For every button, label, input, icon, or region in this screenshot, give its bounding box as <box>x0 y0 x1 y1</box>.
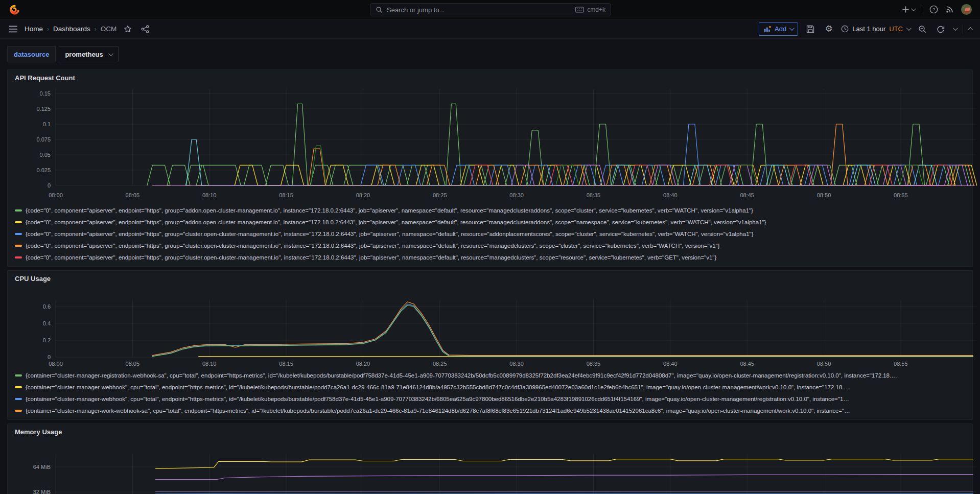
zoom-out-button[interactable] <box>916 23 928 35</box>
y-axis-tick-label: 64 MiB <box>33 464 51 470</box>
grafana-logo[interactable] <box>8 4 19 15</box>
plus-icon <box>902 6 909 13</box>
legend-series-label: {code="0", component="apiserver", endpoi… <box>26 207 753 214</box>
variable-label: datasource <box>7 46 56 62</box>
legend-item[interactable]: {container="cluster-manager-registration… <box>15 369 968 381</box>
x-axis-tick-label: 08:35 <box>587 361 601 367</box>
series-line <box>152 304 973 356</box>
top-navigation-bar: Search or jump to... cmd+k ? <box>0 0 980 19</box>
breadcrumb-current: OCM <box>101 25 117 33</box>
y-axis-tick-label: 0 <box>48 354 51 360</box>
time-range-picker[interactable]: Last 1 hour UTC <box>841 25 910 33</box>
search-shortcut-label: cmd+k <box>587 6 605 13</box>
x-axis-tick-label: 08:10 <box>202 192 217 198</box>
legend-series-swatch <box>15 221 22 223</box>
legend-series-swatch <box>15 256 22 258</box>
legend-item[interactable]: {code="0", component="apiserver", endpoi… <box>15 251 968 263</box>
y-axis-tick-label: 0.1 <box>43 121 51 127</box>
new-menu-button[interactable] <box>902 6 915 13</box>
collapse-toolbar-button[interactable] <box>968 27 973 32</box>
zoom-out-icon <box>918 25 926 33</box>
legend-series-label: {container="cluster-manager-webhook", cp… <box>26 384 850 390</box>
help-button[interactable]: ? <box>929 5 938 14</box>
x-axis-tick-label: 08:20 <box>356 361 370 367</box>
search-input[interactable]: Search or jump to... cmd+k <box>370 3 611 16</box>
series-line <box>156 475 973 480</box>
search-icon <box>376 6 383 13</box>
breadcrumb-separator: › <box>95 26 97 33</box>
series-line <box>186 139 937 185</box>
legend-item[interactable]: {container="cluster-manager-webhook", cp… <box>15 381 968 393</box>
x-axis-tick-label: 08:50 <box>817 361 831 367</box>
x-axis-tick-label: 08:40 <box>663 361 678 367</box>
x-axis-tick-label: 08:50 <box>817 192 831 198</box>
dashboard-toolbar: Home › Dashboards › OCM Add <box>0 19 980 39</box>
legend-item[interactable]: {container="cluster-manager-work-webhook… <box>15 405 968 416</box>
legend-item[interactable]: {container="cluster-manager-webhook", cp… <box>15 393 968 405</box>
x-axis-tick-label: 08:20 <box>356 192 370 198</box>
legend-series-swatch <box>15 209 22 211</box>
save-dashboard-button[interactable] <box>804 23 816 35</box>
legend-series-swatch <box>15 386 22 388</box>
keyboard-icon <box>575 7 584 13</box>
breadcrumb-dashboards[interactable]: Dashboards <box>53 25 90 33</box>
y-axis-tick-label: 0.4 <box>43 320 51 326</box>
panel-cpu-usage: CPU Usage 08:0008:0508:1008:1508:2008:25… <box>7 270 973 420</box>
mega-menu-button[interactable] <box>7 23 19 35</box>
legend-series-swatch <box>15 398 22 400</box>
news-button[interactable] <box>945 5 954 14</box>
legend-item[interactable]: {code="0", component="apiserver", endpoi… <box>15 240 968 251</box>
legend-item[interactable]: {code="0", component="apiserver", endpoi… <box>15 216 968 228</box>
y-axis-tick-label: 0.025 <box>36 167 51 173</box>
timeseries-chart[interactable]: 08:0008:0508:1008:1508:2008:2508:3008:35… <box>12 286 968 368</box>
legend-series-label: {container="cluster-manager-webhook", cp… <box>26 396 849 402</box>
x-axis-tick-label: 08:15 <box>279 361 293 367</box>
share-button[interactable] <box>139 23 151 35</box>
legend-item[interactable]: {code="0", component="apiserver", endpoi… <box>15 204 968 216</box>
legend-item[interactable]: {code="0", component="apiserver", endpoi… <box>15 228 968 240</box>
hamburger-icon <box>9 26 17 33</box>
x-axis-tick-label: 08:45 <box>740 361 754 367</box>
legend-series-label: {container="cluster-manager-work-webhook… <box>26 408 850 414</box>
favorite-button[interactable] <box>122 23 134 35</box>
y-axis-tick-label: 0.075 <box>36 136 51 143</box>
gear-icon: ⚙ <box>825 25 833 33</box>
chevron-down-icon <box>906 26 912 31</box>
x-axis-tick-label: 08:25 <box>433 361 447 367</box>
timeseries-chart[interactable]: 32 MiB64 MiB <box>12 439 968 494</box>
question-circle-icon: ? <box>929 5 938 14</box>
datasource-variable-dropdown[interactable]: prometheus <box>59 46 118 62</box>
template-variables-row: datasource prometheus <box>7 46 973 62</box>
x-axis-tick-label: 08:55 <box>894 361 908 367</box>
dashboard-settings-button[interactable]: ⚙ <box>823 23 835 35</box>
panel-legend: {code="0", component="apiserver", endpoi… <box>12 203 968 264</box>
x-axis-tick-label: 08:55 <box>894 192 908 198</box>
user-avatar[interactable] <box>961 4 972 15</box>
y-axis-tick-label: 0.15 <box>40 90 51 97</box>
refresh-icon <box>937 25 945 33</box>
panel-legend: {container="cluster-manager-registration… <box>12 368 968 417</box>
legend-series-swatch <box>15 233 22 235</box>
save-icon <box>806 25 814 33</box>
add-panel-button[interactable]: Add <box>759 22 798 36</box>
timeseries-chart[interactable]: 08:0008:0508:1008:1508:2008:2508:3008:35… <box>12 85 968 203</box>
legend-series-label: {code="0", component="apiserver", endpoi… <box>26 231 753 237</box>
x-axis-tick-label: 08:05 <box>126 361 140 367</box>
series-line <box>152 305 973 357</box>
y-axis-tick-label: 0.2 <box>43 337 51 343</box>
breadcrumb-home[interactable]: Home <box>25 25 43 33</box>
search-shortcut: cmd+k <box>575 6 605 13</box>
x-axis-tick-label: 08:15 <box>279 192 293 198</box>
x-axis-tick-label: 08:10 <box>202 361 217 367</box>
legend-series-label: {container="cluster-manager-registration… <box>26 372 897 379</box>
panel-title[interactable]: Memory Usage <box>12 428 968 439</box>
refresh-interval-dropdown[interactable] <box>953 26 958 31</box>
svg-text:?: ? <box>932 7 935 12</box>
panel-title[interactable]: CPU Usage <box>12 274 968 286</box>
refresh-button[interactable] <box>935 23 947 35</box>
share-icon <box>141 25 149 33</box>
rss-icon <box>945 5 954 14</box>
panel-title[interactable]: API Request Count <box>12 74 968 85</box>
add-panel-icon <box>764 26 772 32</box>
y-axis-tick-label: 0.125 <box>36 106 51 112</box>
